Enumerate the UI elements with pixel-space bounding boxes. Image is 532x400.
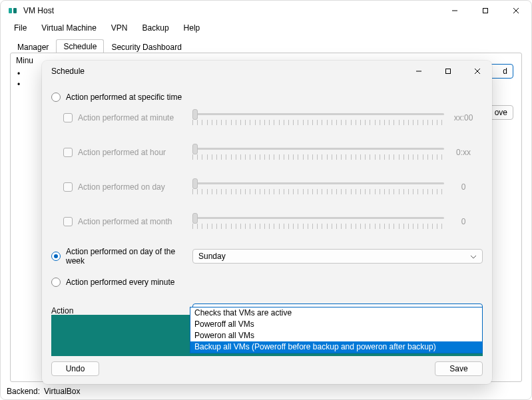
dialog-titlebar: Schedule (42, 61, 492, 82)
slider-day[interactable] (192, 177, 444, 197)
label-day: Action performed on day (78, 182, 165, 192)
radio-dow[interactable] (51, 252, 61, 261)
label-month: Action performed at month (78, 217, 172, 226)
svg-rect-0 (9, 8, 12, 13)
select-dow[interactable]: Sunday (192, 249, 483, 264)
value-day: 0 (444, 182, 483, 192)
menu-file[interactable]: File (7, 22, 33, 34)
tab-security[interactable]: Security Dashboard (104, 40, 188, 54)
row-day: Action performed on day 0 (51, 178, 483, 196)
checkbox-day[interactable] (63, 182, 73, 192)
svg-rect-2 (483, 9, 488, 13)
close-button[interactable] (501, 1, 531, 21)
window-controls (439, 1, 531, 21)
action-option[interactable]: Backup all VMs (Poweroff before backup a… (190, 341, 482, 353)
undo-button[interactable]: Undo (51, 361, 99, 376)
menu-help[interactable]: Help (177, 22, 207, 34)
value-hour: 0:xx (444, 148, 483, 157)
menu-vm[interactable]: Virtual Machine (35, 22, 103, 34)
chevron-down-icon (470, 252, 477, 261)
checkbox-month[interactable] (63, 217, 73, 226)
dialog-minimize-button[interactable] (404, 62, 433, 81)
bg-bullet: • (17, 80, 20, 89)
row-minute: Action performed at minute xx:00 (51, 108, 483, 127)
tabs: Manager Schedule Security Dashboard (1, 38, 531, 54)
slider-hour[interactable] (192, 142, 444, 162)
row-specific-time: Action performed at specific time (51, 90, 483, 104)
maximize-button[interactable] (470, 1, 501, 21)
row-every-minute: Action performed every minute (51, 275, 483, 290)
bg-peek-text: Minu (16, 56, 33, 65)
dialog-close-button[interactable] (463, 62, 492, 81)
schedule-dialog: Schedule Action performed at specific ti… (42, 61, 492, 384)
slider-month[interactable] (192, 212, 444, 232)
tab-schedule[interactable]: Schedule (56, 39, 104, 54)
select-dow-value: Sunday (198, 252, 226, 261)
action-option[interactable]: Poweron all VMs (190, 330, 482, 341)
titlebar: VM Host (1, 1, 531, 21)
label-hour: Action performed at hour (78, 148, 166, 157)
action-option[interactable]: Checks that VMs are active (190, 307, 482, 319)
slider-minute[interactable] (192, 108, 444, 128)
label-dow: Action performed on day of the week (66, 247, 192, 266)
dialog-buttons: Undo Save (51, 361, 483, 376)
row-dow: Action performed on day of the week Sund… (51, 247, 483, 266)
checkbox-hour[interactable] (63, 148, 73, 157)
checkbox-minute[interactable] (63, 113, 73, 122)
dialog-maximize-button[interactable] (433, 62, 463, 81)
tab-manager[interactable]: Manager (10, 40, 56, 54)
label-every-minute: Action performed every minute (66, 278, 174, 287)
minimize-button[interactable] (439, 1, 470, 21)
status-value: VirtualBox (44, 387, 80, 396)
radio-specific-time[interactable] (51, 93, 61, 102)
label-minute: Action performed at minute (78, 113, 174, 122)
status-label: Backend: (7, 387, 40, 396)
value-month: 0 (444, 217, 483, 226)
label-action: Action (51, 306, 73, 315)
label-specific-time: Action performed at specific time (66, 93, 182, 102)
menubar: File Virtual Machine VPN Backup Help (1, 21, 531, 35)
app-icon (7, 5, 18, 16)
main-window: VM Host File Virtual Machine VPN Backup … (0, 0, 532, 400)
window-title: VM Host (23, 6, 54, 15)
dialog-title: Schedule (51, 67, 85, 76)
svg-rect-1 (13, 8, 17, 13)
menu-vpn[interactable]: VPN (105, 22, 134, 34)
svg-rect-3 (446, 69, 451, 74)
menu-backup[interactable]: Backup (136, 22, 176, 34)
value-minute: xx:00 (444, 113, 483, 122)
radio-every-minute[interactable] (51, 278, 61, 287)
row-hour: Action performed at hour 0:xx (51, 143, 483, 162)
bg-bullet: • (17, 69, 20, 79)
statusbar: Backend: VirtualBox (1, 384, 531, 399)
save-button[interactable]: Save (435, 361, 483, 376)
action-option[interactable]: Poweroff all VMs (190, 319, 482, 330)
row-month: Action performed at month 0 (51, 212, 483, 231)
action-dropdown: Checks that VMs are active Poweroff all … (190, 307, 483, 353)
